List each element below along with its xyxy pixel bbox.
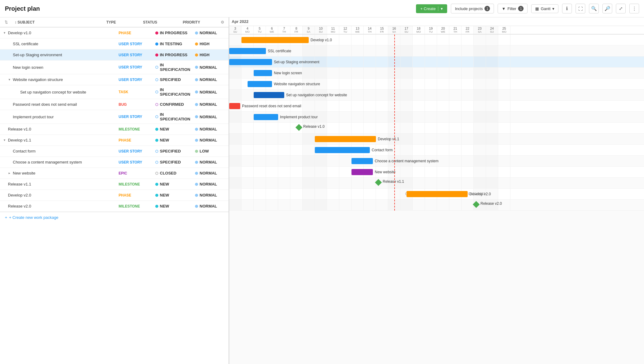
subject-cell: Set-up Staging environment <box>0 53 119 57</box>
row-subject: New website <box>13 171 35 175</box>
table-row[interactable]: New login screen USER STORY In specifica… <box>0 61 229 74</box>
status-text: In specification <box>160 87 195 97</box>
status-cell: In specification <box>155 87 195 97</box>
priority-text: Normal <box>200 77 217 82</box>
row-subject: New login screen <box>13 65 43 70</box>
expand-icon[interactable]: ▸ <box>7 171 12 175</box>
row-subject: Password reset does not send email <box>13 102 77 107</box>
gantt-row <box>229 79 644 90</box>
type-badge: EPIC <box>119 171 127 175</box>
expand-icon[interactable]: ▾ <box>7 78 12 82</box>
priority-cell: Normal <box>195 102 229 107</box>
priority-text: Normal <box>200 65 217 70</box>
gantt-day: 14TH <box>364 26 376 34</box>
expand-icon[interactable]: ▾ <box>2 138 7 142</box>
table-row[interactable]: SSL certificate USER STORY In testing Hi… <box>0 39 229 50</box>
gantt-row <box>229 101 644 112</box>
create-button[interactable]: + Create ▾ <box>416 4 447 13</box>
include-projects-badge: 1 <box>484 6 490 11</box>
status-text: New <box>160 204 169 208</box>
status-cell: In specification <box>155 112 195 121</box>
zoom-in-button[interactable]: 🔍 <box>589 4 599 13</box>
type-badge: USER STORY <box>119 42 142 46</box>
gantt-day: 3SU <box>229 26 241 34</box>
priority-cell: Normal <box>195 160 229 164</box>
gantt-header: Apr 20223SU4MO5TU6WE7TH8FR9SA10SU11MO12T… <box>229 17 644 35</box>
gantt-chevron: ▾ <box>552 6 554 11</box>
table-row[interactable]: Develop v2.0 PHASE New Normal <box>0 190 229 201</box>
priority-cell: Normal <box>195 31 229 35</box>
table-row[interactable]: ▾ Website navigation structure USER STOR… <box>0 74 229 85</box>
status-dot <box>155 194 158 197</box>
gantt-label: Gantt <box>541 6 550 11</box>
priority-dot <box>195 205 198 208</box>
zoom-in-icon: 🔍 <box>591 6 597 11</box>
table-row[interactable]: ▸ New website EPIC Closed Normal <box>0 168 229 179</box>
sort-icon[interactable]: ⇅ <box>0 20 12 24</box>
info-button[interactable]: ℹ <box>562 4 572 13</box>
row-subject: SSL certificate <box>13 42 38 46</box>
priority-cell: Normal <box>195 171 229 175</box>
table-row[interactable]: Set-up Staging environment USER STORY In… <box>0 50 229 61</box>
priority-dot <box>195 53 198 57</box>
subject-cell: SSL certificate <box>0 42 119 46</box>
create-work-package-footer[interactable]: + + Create new work package <box>0 212 229 223</box>
row-subject: Release v1.1 <box>8 182 31 186</box>
table-row[interactable]: ▾ Develop v1.0 PHASE In progress Normal <box>0 28 229 39</box>
subject-cell: Implement product tour <box>0 115 119 119</box>
filter-button[interactable]: ▼ Filter 1 <box>498 4 528 13</box>
priority-text: Normal <box>200 171 217 175</box>
expand-button[interactable]: ⤢ <box>616 4 626 13</box>
table-row[interactable]: Release v1.0 MILESTONE New Normal <box>0 124 229 135</box>
status-dot <box>155 205 158 208</box>
gantt-day: 5TU <box>254 26 266 34</box>
table-row[interactable]: Set up navigation concept for website TA… <box>0 85 229 99</box>
expand-icon[interactable]: ▾ <box>2 31 7 35</box>
priority-dot <box>195 150 198 153</box>
status-dot <box>155 78 158 81</box>
status-text: In specification <box>160 63 195 72</box>
gantt-day: 17SU <box>400 26 413 34</box>
priority-cell: Normal <box>195 115 229 119</box>
table-row[interactable]: Password reset does not send email BUG C… <box>0 99 229 110</box>
gantt-month-row: Apr 2022 <box>229 17 644 26</box>
priority-text: Low <box>200 149 209 153</box>
fullscreen-button[interactable]: ⛶ <box>576 4 585 13</box>
gantt-row <box>229 200 644 211</box>
status-text: Specified <box>160 77 181 82</box>
include-projects-button[interactable]: Include projects 1 <box>451 4 494 13</box>
more-button[interactable]: ⋮ <box>629 4 639 13</box>
table-row[interactable]: Implement product tour USER STORY In spe… <box>0 110 229 124</box>
table-row[interactable]: Release v1.1 MILESTONE New Normal <box>0 179 229 190</box>
type-badge: TASK <box>119 90 128 94</box>
status-cell: New <box>155 127 195 131</box>
settings-icon[interactable]: ⚙ <box>216 20 229 24</box>
col-subject-header: ↕ SUBJECT <box>12 20 106 24</box>
table-row[interactable]: ▾ Develop v1.1 PHASE New Normal <box>0 135 229 146</box>
priority-cell: Normal <box>195 127 229 131</box>
status-dot <box>155 150 158 153</box>
zoom-out-button[interactable]: 🔎 <box>602 4 612 13</box>
table-header: ⇅ ↕ SUBJECT TYPE STATUS PRIORITY ⚙ <box>0 17 229 28</box>
gantt-button[interactable]: ▦ Gantt ▾ <box>531 4 558 13</box>
gantt-section[interactable]: Apr 20223SU4MO5TU6WE7TH8FR9SA10SU11MO12T… <box>229 17 644 364</box>
type-cell: USER STORY <box>119 115 155 119</box>
status-cell: New <box>155 138 195 142</box>
status-dot <box>155 161 158 164</box>
table-row[interactable]: Release v2.0 MILESTONE New Normal <box>0 201 229 212</box>
type-cell: PHASE <box>119 193 155 197</box>
status-text: Closed <box>160 171 176 175</box>
priority-dot <box>195 172 198 175</box>
gantt-row <box>229 35 644 46</box>
priority-dot <box>195 31 198 35</box>
status-dot <box>155 53 158 57</box>
priority-dot <box>195 66 198 69</box>
status-text: New <box>160 182 169 186</box>
priority-dot <box>195 78 198 81</box>
status-text: In specification <box>160 112 195 121</box>
table-row[interactable]: Contact form USER STORY Specified Low <box>0 146 229 157</box>
table-row[interactable]: Choose a content management system USER … <box>0 157 229 168</box>
priority-text: Normal <box>200 127 217 131</box>
zoom-out-icon: 🔎 <box>605 6 610 11</box>
type-badge: USER STORY <box>119 115 142 119</box>
